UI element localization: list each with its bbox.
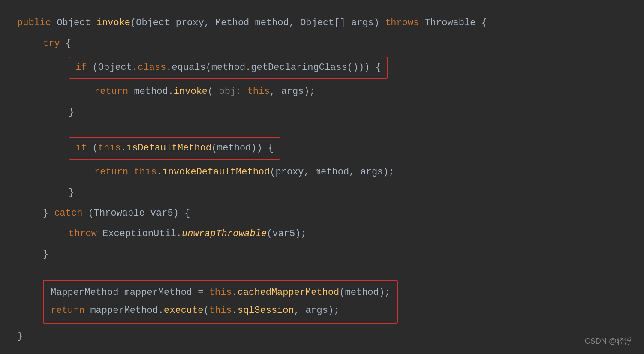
highlight-block-3: MapperMethod mapperMethod = this.cachedM… bbox=[17, 280, 627, 324]
watermark: CSDN @轻浮 bbox=[585, 336, 632, 346]
keyword-public: public bbox=[17, 15, 51, 31]
highlight-block-1: if (Object.class.equals(method.getDeclar… bbox=[17, 57, 627, 79]
line-brace-2: } bbox=[17, 183, 627, 204]
spacer-1 bbox=[17, 123, 627, 135]
block3-line2: return mapperMethod.execute(this.sqlSess… bbox=[51, 303, 390, 318]
line-brace-catch-close: } bbox=[17, 245, 627, 265]
spacer-2 bbox=[17, 265, 627, 277]
keyword-throws: throws bbox=[385, 15, 419, 31]
line-catch: } catch (Throwable var5) { bbox=[17, 204, 627, 224]
keyword-try: try bbox=[43, 36, 60, 51]
line-brace-1: } bbox=[17, 102, 627, 123]
line-final-brace: } bbox=[17, 326, 627, 347]
code-block: public Object invoke(Object proxy, Metho… bbox=[0, 0, 644, 354]
line-1: public Object invoke(Object proxy, Metho… bbox=[17, 13, 627, 33]
line-try: try { bbox=[17, 33, 627, 54]
block1-line: if (Object.class.equals(method.getDeclar… bbox=[75, 60, 381, 75]
block2-line: if (this.isDefaultMethod(method)) { bbox=[75, 141, 274, 156]
block3-line1: MapperMethod mapperMethod = this.cachedM… bbox=[51, 285, 390, 300]
line-return-invoke: return method.invoke( obj: this, args); bbox=[17, 81, 627, 102]
line-throw: throw ExceptionUtil.unwrapThrowable(var5… bbox=[17, 224, 627, 245]
highlight-block-2: if (this.isDefaultMethod(method)) { bbox=[17, 137, 627, 159]
line-return-default: return this.invokeDefaultMethod(proxy, m… bbox=[17, 162, 627, 183]
method-invoke: invoke bbox=[96, 15, 130, 31]
